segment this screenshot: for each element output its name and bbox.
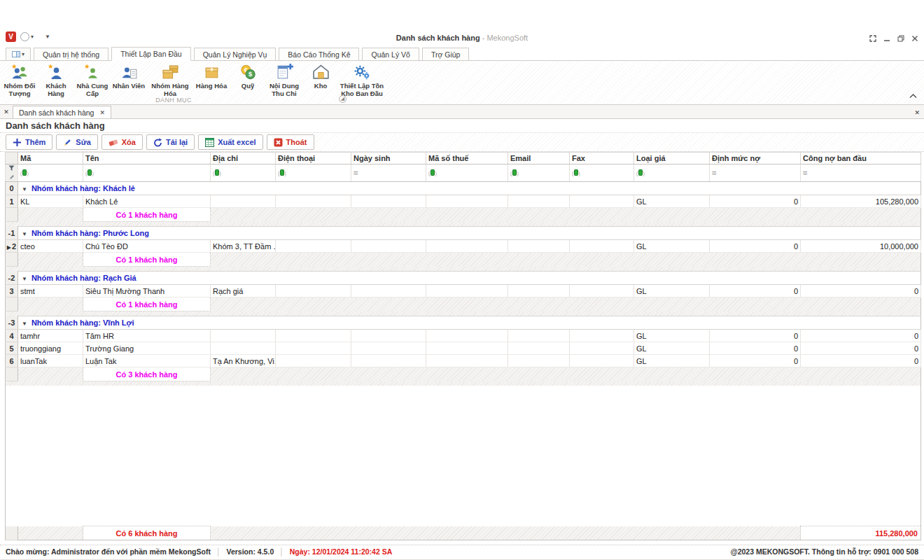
filter-cell-4[interactable]: = (351, 164, 426, 182)
ribbon-tab-initial-setup[interactable]: Thiết Lập Ban Đầu (111, 47, 191, 61)
cell[interactable] (570, 285, 634, 298)
cell[interactable]: 0 (801, 285, 921, 298)
filter-cell-7[interactable]: () (570, 164, 634, 182)
document-tab-active[interactable]: Danh sách khách hàng ✕ (13, 106, 111, 118)
column-header-10[interactable]: Công nợ ban đầu (801, 153, 921, 164)
cell[interactable] (570, 330, 634, 342)
cell[interactable] (426, 240, 508, 253)
filter-cell-0[interactable]: () (18, 164, 83, 182)
cell[interactable] (426, 355, 508, 368)
close-tab-icon[interactable]: ✕ (99, 109, 105, 116)
cell[interactable]: GL (634, 285, 710, 298)
cell[interactable]: Chú Tèo ĐD (83, 240, 211, 253)
cell[interactable] (570, 195, 634, 208)
cell[interactable] (508, 342, 570, 355)
cell[interactable] (570, 240, 634, 253)
cell[interactable] (211, 330, 276, 342)
ribbon-item-receipt[interactable]: Nội Dung Thu Chi (266, 62, 302, 98)
table-row[interactable]: 1KLKhách LẻGL0105,280,000 (6, 195, 921, 208)
ribbon-item-fund[interactable]: €$Quỹ (230, 62, 266, 90)
collapse-caret-icon[interactable]: ▼ (22, 186, 27, 192)
column-header-1[interactable]: Tên (83, 153, 211, 164)
cell[interactable]: 105,280,000 (801, 195, 921, 208)
table-row[interactable]: 5truonggiangTrường GiangGL00 (6, 342, 921, 355)
cell[interactable]: Tạ An Khương, Vi... (211, 355, 276, 368)
ribbon-item-warehouse[interactable]: Kho (302, 62, 339, 90)
filter-cell-1[interactable]: () (83, 164, 211, 182)
cell[interactable] (351, 355, 426, 368)
column-header-5[interactable]: Mã số thuế (426, 153, 508, 164)
ribbon-item-group-objects[interactable]: Nhóm Đối Tượng (1, 62, 38, 98)
ribbon-collapse-icon[interactable] (909, 92, 917, 100)
column-header-7[interactable]: Fax (570, 153, 634, 164)
column-header-0[interactable]: Mã (18, 153, 83, 164)
column-header-9[interactable]: Định mức nợ (710, 153, 801, 164)
cell[interactable]: GL (634, 195, 710, 208)
edit-button[interactable]: Sửa (56, 134, 97, 150)
ribbon-tab-operations[interactable]: Quản Lý Nghiệp Vụ (194, 48, 276, 61)
cell[interactable]: 0 (801, 342, 921, 355)
ribbon-item-product-group[interactable]: Nhóm Hàng Hóa (147, 62, 193, 98)
column-header-3[interactable]: Điện thoại (276, 153, 351, 164)
filter-cell-10[interactable]: = (801, 164, 921, 182)
add-button[interactable]: Thêm (6, 134, 52, 150)
cell[interactable] (426, 195, 508, 208)
collapse-caret-icon[interactable]: ▼ (22, 231, 27, 237)
export-excel-button[interactable]: Xuất excel (198, 134, 262, 150)
filter-cell-9[interactable]: = (710, 164, 801, 182)
cell[interactable]: 0 (710, 342, 801, 355)
cell[interactable]: GL (634, 240, 710, 253)
cell[interactable]: Siêu Thị Mường Thanh (83, 285, 211, 298)
cell[interactable] (508, 240, 570, 253)
cell[interactable]: 0 (801, 355, 921, 368)
dialog-launcher-icon[interactable]: ◢ (339, 95, 346, 103)
minimize-icon[interactable] (883, 35, 890, 42)
ribbon-item-customer[interactable]: Khách Hàng (38, 62, 74, 98)
cell[interactable]: 0 (710, 355, 801, 368)
close-icon[interactable] (911, 35, 918, 42)
cell[interactable] (508, 285, 570, 298)
cell[interactable] (508, 195, 570, 208)
table-row[interactable]: 6luanTakLuận TakTạ An Khương, Vi...GL00 (6, 355, 921, 368)
cell[interactable]: GL (634, 330, 710, 342)
table-row[interactable]: ▶2cteoChú Tèo ĐDKhóm 3, TT Đầm ...GL010,… (6, 240, 921, 253)
filter-tools-cell[interactable] (6, 164, 18, 182)
cell[interactable] (351, 195, 426, 208)
collapse-caret-icon[interactable]: ▼ (22, 276, 27, 282)
cell[interactable] (351, 342, 426, 355)
cell[interactable] (276, 342, 351, 355)
filter-cell-6[interactable]: () (508, 164, 570, 182)
ribbon-tab-help[interactable]: Trợ Giúp (422, 48, 470, 61)
ribbon-tab-reports[interactable]: Báo Cáo Thống Kê (279, 48, 359, 61)
cell[interactable]: 0 (710, 195, 801, 208)
group-row[interactable]: -2▼Nhóm khách hàng: Rạch Giá (6, 272, 921, 285)
cell[interactable] (276, 355, 351, 368)
cell[interactable]: 0 (801, 330, 921, 342)
cell[interactable]: Rạch giá (211, 285, 276, 298)
cell[interactable] (276, 330, 351, 342)
column-header-6[interactable]: Email (508, 153, 570, 164)
close-panel-icon[interactable]: ✕ (914, 109, 920, 116)
filter-cell-5[interactable]: () (426, 164, 508, 182)
cell[interactable]: stmt (18, 285, 83, 298)
cell[interactable]: Luận Tak (83, 355, 211, 368)
ribbon-item-initial-stock[interactable]: Thiết Lập Tồn Kho Ban Đầu (339, 62, 385, 98)
cell[interactable] (211, 195, 276, 208)
cell[interactable]: tamhr (18, 330, 83, 342)
cell[interactable] (351, 285, 426, 298)
cell[interactable]: Khóm 3, TT Đầm ... (211, 240, 276, 253)
cell[interactable] (276, 195, 351, 208)
cell[interactable]: GL (634, 342, 710, 355)
cell[interactable]: Tâm HR (83, 330, 211, 342)
cell[interactable] (570, 355, 634, 368)
cell[interactable]: luanTak (18, 355, 83, 368)
collapse-caret-icon[interactable]: ▼ (22, 321, 27, 327)
panel-switch-button[interactable]: ▾ (6, 48, 31, 61)
ribbon-tab-system[interactable]: Quản trị hệ thống (34, 48, 108, 61)
ribbon-tab-management[interactable]: Quản Lý Võ (362, 48, 419, 61)
reload-button[interactable]: Tải lại (146, 134, 195, 150)
cell[interactable]: 0 (710, 330, 801, 342)
table-row[interactable]: 3stmtSiêu Thị Mường ThanhRạch giáGL00 (6, 285, 921, 298)
cell[interactable] (276, 285, 351, 298)
restore-icon[interactable] (897, 35, 904, 42)
